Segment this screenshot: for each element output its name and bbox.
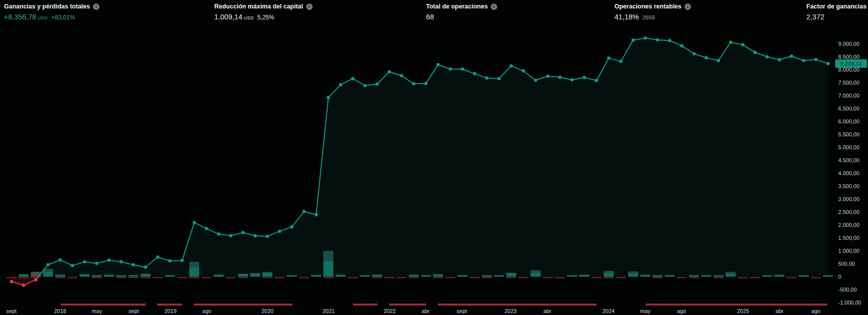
trade-bar-loss <box>226 277 236 278</box>
trade-bar-loss <box>713 277 723 278</box>
trade-bar-gain <box>80 274 89 277</box>
stat-label: Ganancias y pérdidas totales <box>4 3 90 10</box>
trade-bar-loss <box>653 277 663 278</box>
trade-bar-gain <box>141 274 151 277</box>
info-icon[interactable]: i <box>306 3 313 10</box>
equity-point <box>814 58 818 61</box>
equity-point <box>290 225 294 229</box>
y-axis-label: 4.000,00 <box>838 170 860 176</box>
equity-point <box>583 76 586 79</box>
x-axis-label: 2020 <box>261 308 273 314</box>
equity-point <box>388 70 391 74</box>
x-axis-label: ago <box>202 308 211 314</box>
trade-bar-gain <box>482 275 492 277</box>
trade-bar-gain <box>250 273 260 277</box>
trade-bar-gain <box>55 275 65 277</box>
equity-point <box>327 96 330 100</box>
equity-point <box>254 234 257 238</box>
trade-bar-loss <box>116 277 126 278</box>
equity-point <box>498 77 501 81</box>
y-axis-label: 7.500,00 <box>838 80 860 86</box>
equity-point <box>180 259 184 262</box>
equity-point <box>656 38 659 42</box>
trade-bar-loss <box>55 277 65 278</box>
trade-bar-loss <box>482 277 492 278</box>
x-axis-label: 2025 <box>737 308 749 314</box>
trade-bar-loss <box>384 277 394 278</box>
trade-bar-loss <box>274 277 284 278</box>
trade-bar-gain <box>823 275 833 277</box>
drawdown-segment <box>389 304 426 306</box>
trade-bar-gain <box>567 275 577 277</box>
info-icon[interactable]: i <box>93 3 99 10</box>
equity-curve-chart[interactable]: sept2018maysept2019ago202020212022abrsep… <box>0 0 868 315</box>
equity-point <box>83 260 87 264</box>
trade-bar-loss <box>372 277 382 278</box>
trade-bar-gain <box>799 275 809 277</box>
equity-point <box>461 67 464 71</box>
y-axis-label: 7.000,00 <box>838 93 860 99</box>
x-axis-label: 2023 <box>505 308 517 314</box>
equity-point <box>802 59 806 63</box>
y-axis-label: 9.000,00 <box>838 41 860 47</box>
trade-bar-gain <box>506 273 516 277</box>
equity-point <box>424 82 428 86</box>
trade-bar-cap <box>530 270 540 273</box>
stat-label: Total de operaciones <box>426 3 488 10</box>
trade-bar-loss <box>604 277 613 278</box>
x-axis-label: ago <box>811 308 820 314</box>
equity-point <box>95 262 98 265</box>
x-axis[interactable]: sept2018maysept2019ago202020212022abrsep… <box>6 308 821 314</box>
equity-point <box>485 77 489 80</box>
info-icon[interactable]: i <box>491 3 497 10</box>
x-axis-label: may <box>640 308 651 314</box>
trade-bar-gain <box>262 272 272 277</box>
equity-point <box>34 278 38 282</box>
info-icon[interactable]: i <box>685 3 691 10</box>
trade-bar-gain <box>19 274 29 277</box>
trade-bar-gain <box>579 275 589 277</box>
trade-bar-loss <box>397 277 407 278</box>
equity-point <box>778 58 781 62</box>
equity-point <box>156 255 160 259</box>
stat-max-drawdown: Reducción máxima del capital i 1.009,14U… <box>214 2 313 21</box>
trade-bar-loss <box>445 277 455 278</box>
trade-bar-loss <box>92 277 102 278</box>
y-axis-label: 0 <box>838 274 841 280</box>
equity-point <box>729 41 732 44</box>
equity-point <box>790 54 793 58</box>
drawdown-segment <box>353 304 377 306</box>
stat-label: Operaciones rentables <box>614 3 682 10</box>
equity-point <box>436 63 440 67</box>
x-axis-label: abr <box>776 308 783 314</box>
trade-bar-loss <box>811 277 821 278</box>
equity-point <box>59 258 62 262</box>
equity-point <box>680 44 684 48</box>
y-axis-label: 2.500,00 <box>838 209 860 215</box>
trade-bar-loss <box>177 277 187 278</box>
equity-point <box>302 210 306 213</box>
x-axis-label: sept <box>457 308 467 314</box>
equity-point <box>558 76 562 79</box>
trade-bar-loss <box>128 277 138 278</box>
equity-point <box>119 260 123 264</box>
trade-bar-loss <box>738 277 748 278</box>
trade-bar-loss <box>506 277 516 278</box>
trade-bar-loss <box>689 277 699 278</box>
trade-bar-loss <box>470 277 480 278</box>
y-axis-label: -500,00 <box>838 287 857 293</box>
y-axis[interactable]: 9.000,008.500,008.000,007.500,007.000,00… <box>838 41 861 306</box>
last-value-label: 8.234,14 <box>841 61 862 67</box>
trade-bar-gain <box>653 275 663 277</box>
stat-total-trades: Total de operaciones i 68 <box>426 2 497 21</box>
y-axis-label: 3.500,00 <box>838 183 860 189</box>
equity-point <box>619 60 623 63</box>
equity-point <box>242 231 245 234</box>
equity-point <box>510 64 513 68</box>
equity-point <box>631 38 635 42</box>
stat-percent-profitable: Operaciones rentables i 41,18%28/68 <box>614 2 691 21</box>
stat-net-profit: Ganancias y pérdidas totales i +8.356,78… <box>4 2 99 21</box>
y-axis-label: 500,00 <box>838 261 855 267</box>
trade-bar-loss <box>262 277 272 278</box>
y-axis-label: 1.000,00 <box>838 248 860 254</box>
